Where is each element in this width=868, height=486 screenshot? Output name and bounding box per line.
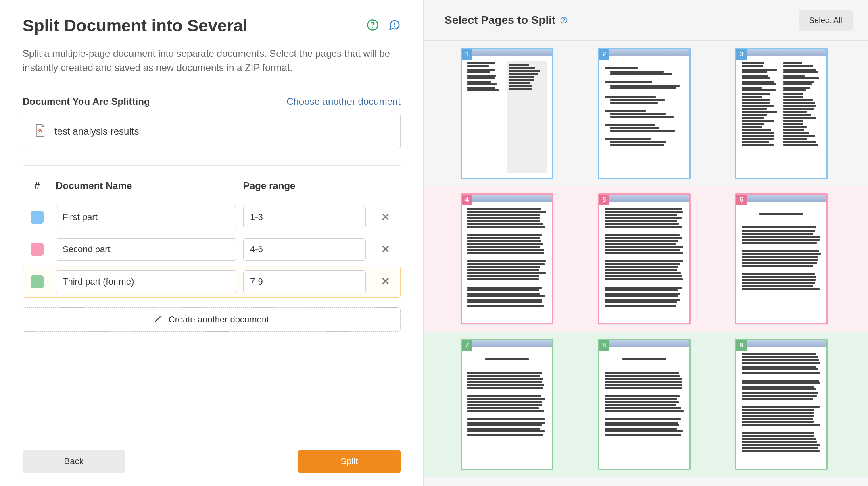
choose-another-link[interactable]: Choose another document: [286, 96, 401, 107]
split-name-input[interactable]: [56, 206, 236, 228]
select-all-button[interactable]: Select All: [799, 10, 853, 31]
col-name: Document Name: [56, 180, 236, 191]
page-preview: [736, 340, 826, 469]
delete-row-button[interactable]: ✕: [377, 209, 393, 225]
color-swatch: [31, 275, 44, 288]
color-swatch: [31, 211, 44, 224]
split-row: ✕: [23, 233, 401, 266]
left-panel: Split Document into Several Split a mult…: [0, 0, 424, 486]
doc-splitting-label: Document You Are Splitting: [23, 96, 150, 107]
pdf-icon: [34, 124, 46, 139]
page-thumbnail[interactable]: 8: [598, 339, 691, 470]
page-thumbnail[interactable]: 3: [735, 48, 828, 179]
right-panel: Select Pages to Split Select All 1234567…: [424, 0, 868, 486]
page-subtitle: Split a multiple-page document into sepa…: [23, 47, 401, 75]
divider: [23, 165, 401, 166]
footer: Back Split: [0, 440, 423, 486]
page-preview: [599, 340, 689, 469]
svg-point-1: [372, 27, 373, 28]
page-title: Split Document into Several: [23, 16, 248, 35]
page-preview: [462, 195, 552, 323]
color-swatch: [31, 243, 44, 256]
page-preview: [462, 340, 552, 469]
splits-table: # Document Name Page range ✕✕✕ Create an…: [23, 180, 401, 332]
page-preview: [599, 195, 689, 323]
page-thumbnail[interactable]: 9: [735, 339, 828, 470]
create-another-button[interactable]: Create another document: [23, 307, 401, 332]
page-preview: [599, 49, 689, 178]
page-group: 789: [424, 332, 868, 477]
split-name-input[interactable]: [56, 270, 236, 293]
split-name-input[interactable]: [56, 238, 236, 261]
col-range: Page range: [243, 180, 366, 191]
help-icon[interactable]: [367, 19, 379, 33]
split-row: ✕: [23, 201, 401, 233]
create-another-label: Create another document: [169, 314, 269, 325]
page-thumbnail[interactable]: 6: [735, 193, 828, 324]
delete-row-button[interactable]: ✕: [377, 274, 393, 290]
help-icon[interactable]: [560, 14, 568, 27]
feedback-icon[interactable]: [388, 19, 401, 33]
current-document: test analysis results: [23, 114, 401, 149]
page-group: 123: [424, 41, 868, 186]
page-preview: [462, 49, 552, 178]
page-thumbnail[interactable]: 7: [461, 339, 553, 470]
svg-point-5: [564, 21, 565, 22]
page-thumbnail[interactable]: 2: [598, 48, 691, 179]
pages-area: 123456789: [424, 41, 868, 486]
page-thumbnail[interactable]: 4: [461, 193, 553, 324]
pen-icon: [154, 314, 163, 325]
col-index: #: [26, 180, 48, 191]
document-name: test analysis results: [54, 126, 139, 137]
split-button[interactable]: Split: [298, 450, 401, 473]
page-thumbnail[interactable]: 5: [598, 193, 691, 324]
page-group: 456: [424, 186, 868, 332]
back-button[interactable]: Back: [23, 450, 125, 473]
split-range-input[interactable]: [243, 270, 366, 293]
page-thumbnail[interactable]: 1: [461, 48, 553, 179]
split-row: ✕: [23, 266, 401, 298]
split-range-input[interactable]: [243, 238, 366, 261]
delete-row-button[interactable]: ✕: [377, 241, 393, 258]
page-preview: [736, 49, 826, 178]
split-range-input[interactable]: [243, 206, 366, 228]
right-title: Select Pages to Split: [444, 14, 555, 27]
page-preview: [736, 195, 826, 323]
svg-point-3: [394, 26, 395, 27]
